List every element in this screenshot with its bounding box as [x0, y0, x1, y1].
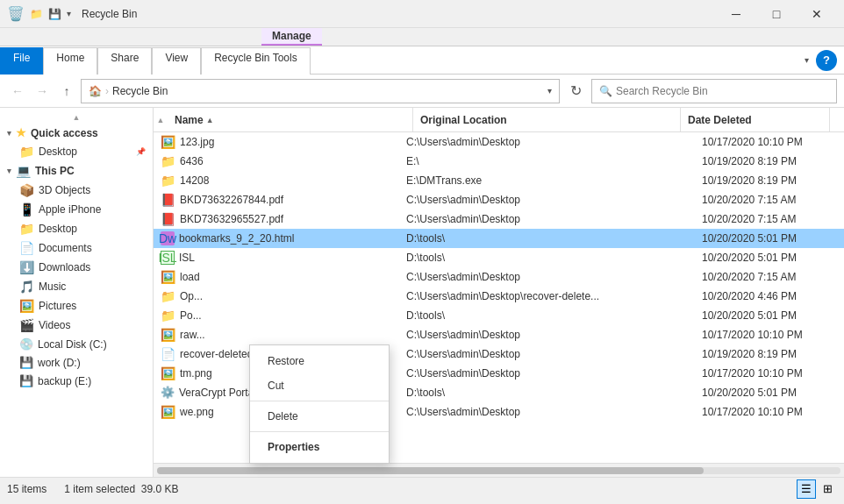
sidebar-label: Music — [39, 280, 66, 293]
file-name: bookmarks_9_2_20.html — [179, 232, 294, 245]
file-name: Op... — [180, 290, 203, 302]
sidebar-item-desktop[interactable]: 📁 Desktop — [0, 219, 153, 238]
drive-icon: 💾 — [19, 374, 33, 387]
context-menu-properties[interactable]: Properties — [250, 435, 389, 459]
file-icon: ISL — [161, 251, 175, 265]
help-button[interactable]: ? — [816, 50, 837, 71]
this-pc-arrow: ▾ — [7, 167, 11, 175]
file-date: 10/17/2020 10:10 PM — [695, 366, 844, 381]
sidebar-item-work-d[interactable]: 💾 work (D:) — [0, 353, 153, 372]
address-dropdown-icon[interactable]: ▾ — [547, 86, 552, 96]
table-row[interactable]: 📕 BKD73632267844.pdf C:\Users\admin\Desk… — [154, 190, 844, 209]
drive-icon: 💾 — [19, 356, 33, 369]
refresh-button[interactable]: ↻ — [563, 79, 588, 103]
table-row[interactable]: 🖼️ load C:\Users\admin\Desktop 10/20/202… — [154, 267, 844, 287]
app-icon: 🗑️ — [7, 5, 25, 22]
sidebar-item-backup-e[interactable]: 💾 backup (E:) — [0, 372, 153, 390]
sidebar-label: work (D:) — [38, 357, 81, 369]
file-name: 14208 — [180, 174, 209, 187]
large-icons-view-button[interactable]: ⊞ — [818, 479, 837, 499]
context-separator-2 — [250, 431, 389, 432]
address-bar: ← → ↑ 🏠 › Recycle Bin ▾ ↻ 🔍 — [0, 75, 844, 108]
ribbon-expand-icon[interactable]: ▾ — [805, 55, 809, 65]
col-header-location[interactable]: Original Location — [413, 108, 681, 131]
this-pc-label: This PC — [35, 165, 75, 177]
videos-icon: 🎬 — [19, 318, 34, 332]
sidebar-item-music[interactable]: 🎵 Music — [0, 277, 153, 296]
sidebar-item-downloads[interactable]: ⬇️ Downloads — [0, 258, 153, 277]
sidebar-label: Apple iPhone — [39, 203, 101, 216]
manage-tab[interactable]: Manage — [261, 28, 322, 46]
sidebar-scroll-up[interactable]: ▲ — [0, 111, 153, 124]
breadcrumb-recycle-bin: Recycle Bin — [112, 85, 168, 97]
sidebar-section-quick-access[interactable]: ▾ ★ Quick access — [0, 124, 153, 142]
breadcrumb-separator: › — [105, 85, 109, 97]
forward-button[interactable]: → — [32, 81, 53, 102]
sidebar-item-local-disk-c[interactable]: 💿 Local Disk (C:) — [0, 335, 153, 353]
file-date: 10/20/2020 5:01 PM — [695, 231, 844, 246]
file-name: ISL — [179, 252, 195, 264]
up-button[interactable]: ↑ — [56, 81, 77, 102]
tab-recycle-bin-tools[interactable]: Recycle Bin Tools — [201, 47, 311, 75]
search-box[interactable]: 🔍 — [591, 79, 837, 103]
details-view-button[interactable]: ☰ — [797, 479, 816, 499]
file-location: C:\Users\admin\Desktop — [399, 404, 695, 420]
table-row[interactable]: 🖼️ raw... C:\Users\admin\Desktop 10/17/2… — [154, 325, 844, 344]
sidebar-item-3d-objects[interactable]: 📦 3D Objects — [0, 181, 153, 200]
file-location: C:\Users\admin\Desktop — [399, 346, 695, 362]
maximize-button[interactable]: □ — [756, 0, 797, 28]
sidebar-label: Downloads — [39, 261, 90, 273]
downloads-icon: ⬇️ — [19, 260, 34, 274]
col-header-name[interactable]: Name ▲ — [168, 108, 413, 131]
table-row[interactable]: 📁 6436 E:\ 10/19/2020 8:19 PM — [154, 152, 844, 171]
sidebar-label: backup (E:) — [38, 375, 91, 387]
file-icon: 🖼️ — [161, 270, 175, 284]
context-menu-cut[interactable]: Cut — [250, 373, 389, 398]
horizontal-scrollbar[interactable] — [154, 463, 844, 477]
col-header-date[interactable]: Date Deleted — [681, 108, 830, 131]
close-button[interactable]: ✕ — [797, 0, 837, 28]
file-date: 10/19/2020 8:19 PM — [695, 346, 844, 362]
file-date: 10/20/2020 7:15 AM — [695, 269, 844, 285]
tab-home[interactable]: Home — [43, 47, 97, 75]
context-menu-delete[interactable]: Delete — [250, 404, 389, 429]
sidebar-item-apple-iphone[interactable]: 📱 Apple iPhone — [0, 200, 153, 219]
file-location: E:\ — [399, 153, 695, 169]
table-row[interactable]: Dw bookmarks_9_2_20.html D:\tools\ 10/20… — [154, 229, 844, 248]
table-row[interactable]: 🖼️ 123.jpg C:\Users\admin\Desktop 10/17/… — [154, 132, 844, 152]
table-row[interactable]: 📁 Po... D:\tools\ 10/20/2020 5:01 PM — [154, 306, 844, 325]
search-input[interactable] — [616, 85, 829, 97]
qat-chevron[interactable]: ▾ — [67, 9, 71, 18]
minimize-button[interactable]: ─ — [716, 0, 756, 28]
qat-icon2[interactable]: 💾 — [48, 8, 61, 20]
context-menu-restore[interactable]: Restore — [250, 349, 389, 373]
table-row[interactable]: 📁 14208 E:\DMTrans.exe 10/19/2020 8:19 P… — [154, 171, 844, 190]
file-list-scroll-up[interactable]: ▲ — [154, 108, 168, 131]
breadcrumb-home-icon: 🏠 — [89, 85, 102, 97]
manage-tab-label: Manage — [272, 30, 311, 42]
sidebar-item-this-pc[interactable]: ▾ 💻 This PC — [0, 161, 153, 181]
sidebar-item-videos[interactable]: 🎬 Videos — [0, 316, 153, 335]
file-date: 10/20/2020 5:01 PM — [695, 385, 844, 401]
sidebar-item-documents[interactable]: 📄 Documents — [0, 238, 153, 258]
qat-icon1[interactable]: 📁 — [30, 8, 43, 20]
table-row[interactable]: ISL ISL D:\tools\ 10/20/2020 5:01 PM — [154, 248, 844, 267]
file-icon: 🖼️ — [161, 405, 175, 419]
table-row[interactable]: 📁 Op... C:\Users\admin\Desktop\recover-d… — [154, 287, 844, 306]
address-input[interactable]: 🏠 › Recycle Bin ▾ — [81, 79, 560, 103]
file-icon: 📕 — [161, 212, 175, 226]
file-icon: 📁 — [161, 289, 175, 303]
tab-share[interactable]: Share — [97, 47, 152, 75]
pictures-icon: 🖼️ — [19, 299, 34, 313]
file-location: C:\Users\admin\Desktop — [399, 134, 695, 150]
back-button[interactable]: ← — [7, 81, 28, 102]
table-row[interactable]: 📕 BKD73632965527.pdf C:\Users\admin\Desk… — [154, 209, 844, 229]
sidebar-item-desktop-quick[interactable]: 📁 Desktop 📌 — [0, 142, 153, 161]
drive-icon: 💿 — [19, 337, 33, 351]
status-bar: 15 items 1 item selected 39.0 KB ☰ ⊞ — [0, 477, 844, 500]
tab-view[interactable]: View — [152, 47, 201, 75]
sidebar-item-pictures[interactable]: 🖼️ Pictures — [0, 296, 153, 316]
tab-file[interactable]: File — [0, 47, 43, 75]
file-icon: 📁 — [161, 174, 175, 188]
file-location: D:\tools\ — [399, 308, 695, 323]
